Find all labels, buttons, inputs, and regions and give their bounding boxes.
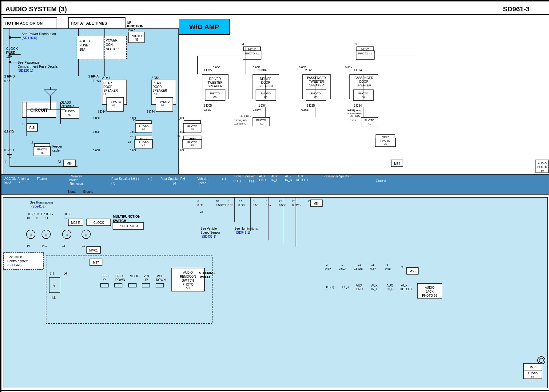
svg-text:8: 8: [253, 200, 254, 203]
svg-text:1 D05: 1 D05: [204, 69, 212, 72]
svg-text:Vehicle: Vehicle: [197, 177, 208, 180]
svg-text:TWEETER: TWEETER: [309, 80, 324, 83]
svg-text:JACK: JACK: [426, 290, 434, 293]
svg-text:10: 10: [133, 118, 136, 121]
svg-rect-63: [61, 108, 79, 118]
svg-text:57: 57: [531, 375, 534, 378]
svg-text:DOOR: DOOR: [103, 85, 113, 89]
svg-text:AUX: AUX: [401, 284, 408, 287]
svg-text:0.5Y/O: 0.5Y/O: [4, 148, 14, 152]
svg-text:11: 11: [371, 263, 374, 266]
svg-text:PHOTO: PHOTO: [358, 92, 368, 95]
svg-text:DOWN: DOWN: [156, 278, 166, 282]
svg-text:(SD941-1): (SD941-1): [236, 231, 250, 234]
svg-text:JUNCTION: JUNCTION: [126, 24, 143, 28]
svg-text:24: 24: [241, 42, 244, 46]
svg-text:1 D24: 1 D24: [354, 69, 362, 72]
svg-text:M02-R: M02-R: [71, 221, 80, 224]
svg-text:0.85O: 0.85O: [213, 66, 221, 69]
svg-text:6: 6: [197, 200, 199, 203]
svg-text:AUX: AUX: [259, 175, 265, 178]
svg-text:0.5P: 0.5P: [28, 212, 35, 216]
svg-text:SPEAKER: SPEAKER: [103, 89, 118, 92]
svg-text:2 D04: 2 D04: [258, 69, 267, 72]
svg-text:ILL(+): ILL(+): [326, 285, 334, 289]
svg-text:SPEAKER: SPEAKER: [153, 89, 167, 92]
svg-text:0.85L: 0.85L: [178, 130, 185, 133]
svg-text:SD961-3: SD961-3: [503, 5, 530, 13]
svg-text:0.5Y: 0.5Y: [266, 204, 272, 207]
svg-text:Power: Power: [69, 178, 78, 182]
svg-text:◎: ◎: [45, 233, 47, 236]
svg-text:85: 85: [142, 128, 145, 131]
svg-text:cable: cable: [52, 149, 60, 152]
svg-text:GLASS: GLASS: [61, 101, 71, 104]
svg-text:(SD964-1): (SD964-1): [7, 263, 22, 267]
svg-text:(+): (+): [111, 181, 115, 185]
svg-text:0.85L: 0.85L: [178, 149, 185, 152]
svg-text:12: 12: [358, 263, 361, 266]
svg-text:75: 75: [384, 142, 387, 145]
svg-text:Antenna: Antenna: [18, 177, 29, 180]
svg-text:ILL: ILL: [51, 296, 56, 299]
svg-text:2 D44: 2 D44: [102, 76, 110, 80]
svg-text:1 I/P-A: 1 I/P-A: [88, 74, 99, 78]
svg-text:2 D24: 2 D24: [354, 104, 362, 107]
svg-text:HOT IN ACC OR ON: HOT IN ACC OR ON: [5, 21, 43, 26]
svg-text:(SD110-6): (SD110-6): [22, 36, 37, 40]
svg-text:⊕: ⊕: [53, 284, 56, 287]
svg-text:M56: M56: [409, 270, 416, 273]
svg-text:WHEEL: WHEEL: [200, 275, 211, 279]
svg-text:◎: ◎: [30, 233, 32, 236]
svg-text:37 FD12: 37 FD12: [241, 114, 251, 117]
main-container: AUDIO SYSTEM (3) SD961-3 AUDIO SYSTEM (3…: [0, 0, 549, 392]
svg-text:HOT AT ALL TIMES: HOT AT ALL TIMES: [71, 21, 107, 26]
svg-text:DETECT: DETECT: [296, 178, 308, 182]
svg-text:PASSENGER: PASSENGER: [307, 76, 326, 80]
svg-text:Feeder: Feeder: [52, 145, 62, 148]
svg-text:21: 21: [279, 200, 282, 203]
svg-text:0.5P: 0.5P: [197, 204, 203, 207]
svg-text:MM01: MM01: [89, 249, 98, 252]
svg-text:ACC/ON: ACC/ON: [4, 177, 16, 180]
svg-text:PHOTO: PHOTO: [380, 139, 390, 142]
svg-text:(SD120-1): (SD120-1): [18, 69, 33, 72]
svg-text:F/cable: F/cable: [37, 177, 47, 180]
svg-text:AUX: AUX: [387, 284, 393, 287]
svg-text:0.85Y(LHD): 0.85Y(LHD): [348, 109, 361, 112]
svg-text:0.5B: 0.5B: [253, 204, 259, 207]
svg-text:12: 12: [64, 216, 67, 220]
svg-rect-164: [353, 90, 373, 101]
svg-text:W/O AMP: W/O AMP: [189, 23, 219, 31]
svg-text:0.85B: 0.85B: [350, 119, 356, 122]
svg-text:(+): (+): [50, 271, 54, 275]
svg-text:ILL(+): ILL(+): [233, 179, 241, 183]
svg-text:0.85B: 0.85B: [299, 66, 306, 69]
svg-text:Speed Sensor: Speed Sensor: [201, 231, 220, 234]
svg-text:I/P: I/P: [127, 21, 131, 24]
svg-text:CON-: CON-: [106, 43, 114, 46]
svg-text:21: 21: [177, 134, 181, 137]
svg-text:86: 86: [161, 104, 164, 107]
svg-text:PHOTO 41: PHOTO 41: [245, 52, 259, 55]
svg-text:1 D44: 1 D44: [97, 110, 106, 113]
svg-text:SWITCH: SWITCH: [113, 219, 126, 223]
svg-text:AUDIO: AUDIO: [183, 271, 193, 274]
svg-text:0.85W: 0.85W: [253, 108, 261, 111]
svg-text:Memory: Memory: [71, 175, 82, 178]
svg-text:9: 9: [266, 200, 267, 203]
svg-text:AUX: AUX: [297, 175, 304, 178]
svg-text:(-): (-): [64, 271, 67, 275]
svg-text:UP: UP: [101, 278, 106, 282]
svg-text:10: 10: [27, 216, 30, 220]
svg-text:0.85Y: 0.85Y: [345, 66, 352, 69]
svg-text:AUDIO: AUDIO: [79, 39, 90, 43]
svg-text:See Illuminations: See Illuminations: [234, 227, 258, 230]
svg-rect-232: [3, 197, 547, 388]
svg-text:POWER: POWER: [106, 39, 117, 42]
svg-text:REAR: REAR: [153, 81, 161, 85]
svg-rect-53: [156, 97, 173, 111]
svg-text:◎: ◎: [85, 233, 87, 236]
svg-text:(-): (-): [136, 177, 139, 180]
svg-text:REAR: REAR: [103, 81, 112, 85]
